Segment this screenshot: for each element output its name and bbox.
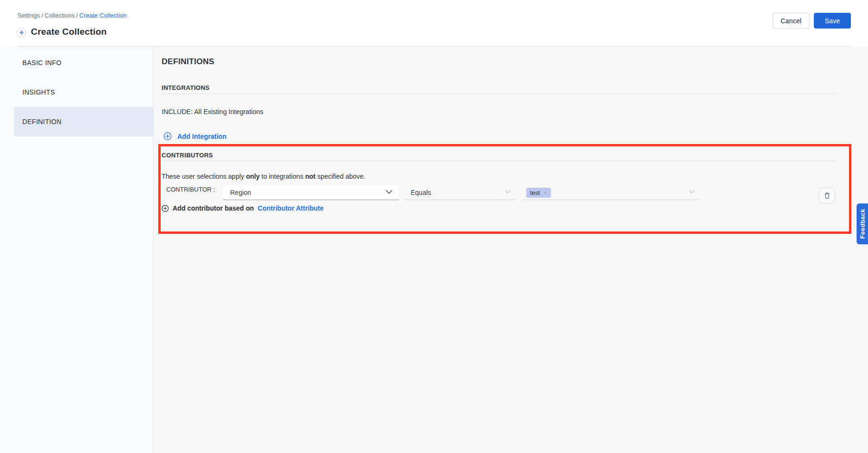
delete-contributor-button[interactable] <box>819 188 835 203</box>
value-chip-label: test <box>530 189 540 196</box>
sidebar-item-definition[interactable]: DEFINITION <box>14 107 153 136</box>
contributors-section-label: CONTRIBUTORS <box>162 152 213 159</box>
chevron-down-icon <box>504 190 511 194</box>
operator-select-value: Equals <box>411 189 431 196</box>
breadcrumb-collections[interactable]: Collections <box>45 12 75 19</box>
feedback-tab-label: Feedback <box>859 209 866 239</box>
add-integration-label: Add Integration <box>177 133 226 140</box>
include-text: INCLUDE: All Existing Integrations <box>162 108 263 116</box>
definitions-title: DEFINITIONS <box>162 57 214 67</box>
feedback-tab[interactable]: Feedback <box>857 203 868 244</box>
chip-remove-icon[interactable]: × <box>543 190 547 196</box>
contributors-divider <box>162 161 836 161</box>
breadcrumb-current: Create Collection <box>79 12 127 19</box>
contributor-row-label: CONTRIBUTOR : <box>166 185 215 193</box>
breadcrumb-settings[interactable]: Settings <box>18 12 40 19</box>
sidebar: BASIC INFO INSIGHTS DEFINITION <box>0 47 154 453</box>
breadcrumb: Settings/Collections/Create Collection <box>18 12 127 19</box>
plus-circle-icon <box>162 205 169 212</box>
attribute-select-value: Region <box>230 189 251 196</box>
add-integration-button[interactable]: Add Integration <box>164 132 226 140</box>
attribute-select[interactable]: Region <box>223 185 398 200</box>
save-button[interactable]: Save <box>814 13 851 29</box>
sidebar-item-basic-info[interactable]: BASIC INFO <box>14 48 153 77</box>
create-collection-page: Settings/Collections/Create Collection C… <box>0 0 868 453</box>
sidebar-item-insights[interactable]: INSIGHTS <box>14 77 153 107</box>
cancel-button[interactable]: Cancel <box>772 13 810 29</box>
breadcrumb-separator: / <box>75 12 79 19</box>
plus-circle-icon <box>164 132 172 140</box>
trash-icon <box>824 192 830 199</box>
integrations-section-label: INTEGRATIONS <box>162 84 210 91</box>
contributors-description: These user selections apply only to inte… <box>162 173 366 180</box>
back-arrow-icon <box>19 30 24 35</box>
operator-select[interactable]: Equals <box>405 185 515 200</box>
chevron-down-icon <box>386 190 393 194</box>
values-select[interactable]: test × <box>523 185 699 200</box>
contributor-attribute-link[interactable]: Contributor Attribute <box>258 204 324 212</box>
integrations-divider <box>162 94 836 94</box>
value-chip[interactable]: test × <box>526 188 551 198</box>
page-title: Create Collection <box>31 27 107 37</box>
add-contributor-button[interactable]: Add contributor based on Contributor Att… <box>162 204 324 212</box>
chevron-down-icon <box>688 190 694 194</box>
breadcrumb-separator: / <box>40 12 45 19</box>
back-button[interactable] <box>17 28 27 38</box>
add-contributor-text: Add contributor based on <box>173 204 254 212</box>
